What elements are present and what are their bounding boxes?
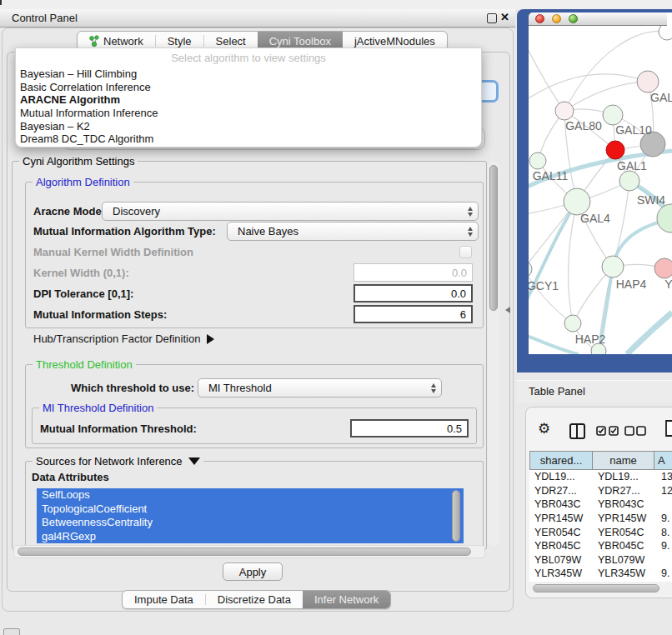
mi-steps-field[interactable]: 6 — [354, 305, 473, 323]
attribute-item-selected[interactable]: BetweennessCentrality — [37, 516, 464, 530]
network-canvas[interactable]: GAL7 GAL80 GAL10 GAL1 SWI4 GAL4 GAL11 GC… — [529, 26, 672, 354]
data-attributes-list: SelfLoops TopologicalCoefficient Between… — [37, 488, 464, 543]
settings-scroll-thumb[interactable] — [489, 165, 498, 311]
cell: YER054C — [529, 527, 593, 538]
network-icon — [89, 35, 99, 47]
top-strip — [0, 0, 672, 9]
cell: YLR345W — [529, 568, 593, 579]
tab-impute-data[interactable]: Impute Data — [123, 591, 205, 608]
bottom-left-partial-button[interactable] — [3, 628, 20, 635]
algorithm-option[interactable]: Bayesian – K2 — [16, 120, 481, 133]
float-window-icon[interactable] — [487, 13, 497, 23]
apply-button-label: Apply — [239, 566, 267, 578]
algorithm-prompt: Select algorithm to view settings — [16, 48, 481, 68]
divider-collapse-icon[interactable] — [505, 307, 510, 313]
column-header-name[interactable]: name — [593, 451, 654, 470]
dpi-tolerance-label: DPI Tolerance [0,1]: — [33, 288, 133, 300]
cell: YPR145W — [529, 512, 593, 524]
algorithm-dropdown-popup: Select algorithm to view settings Bayesi… — [15, 48, 482, 148]
control-panel-titlebar: Control Panel ✕ — [0, 9, 515, 28]
kernel-width-field[interactable]: 0.0 — [354, 263, 473, 282]
table-hscroll-thumb[interactable] — [533, 584, 659, 592]
table-row[interactable]: YDL19...YDL19...13 — [529, 470, 672, 484]
select-all-icon[interactable] — [596, 425, 619, 437]
table-row[interactable]: YLR345WYLR345W9. — [529, 567, 672, 581]
close-panel-icon[interactable]: ✕ — [500, 11, 509, 23]
network-node-hap4 — [602, 256, 624, 278]
algorithm-definition-title: Algorithm Definition — [33, 176, 133, 188]
cell: YPR145W — [593, 512, 654, 524]
tab-discretize-data[interactable]: Discretize Data — [206, 591, 303, 608]
network-node — [637, 71, 659, 92]
cell: 9. — [654, 540, 669, 552]
algorithm-option[interactable]: Bayesian – Hill Climbing — [16, 68, 481, 81]
gear-icon[interactable]: ⚙ — [538, 422, 550, 436]
hub-definition-label: Hub/Transcription Factor Definition — [33, 332, 200, 345]
settings-hscroll-thumb[interactable] — [18, 548, 471, 556]
table-row[interactable]: YBR043CYBR043C — [529, 498, 672, 512]
table-row[interactable]: YPR145WYPR145W9. — [529, 512, 672, 526]
application-window: { "colors": { "selection_blue": "#3b76d8… — [0, 0, 672, 635]
node-label: SWI4 — [637, 193, 665, 207]
manual-kernel-label: Manual Kernel Width Definition — [33, 246, 193, 258]
network-node — [657, 204, 672, 232]
column-header-partial[interactable]: A — [654, 451, 672, 470]
manual-kernel-checkbox[interactable] — [459, 246, 472, 258]
split-columns-icon[interactable] — [569, 423, 585, 439]
combo-arrows-icon — [426, 383, 441, 393]
table-row[interactable]: YBR045CYBR045C9. — [529, 539, 672, 553]
dpi-tolerance-field[interactable]: 0.0 — [354, 284, 473, 302]
which-threshold-combo[interactable]: MI Threshold — [198, 378, 442, 398]
zoom-window-icon[interactable] — [569, 14, 578, 23]
network-nodes[interactable] — [529, 26, 672, 354]
node-label: HAP2 — [575, 332, 606, 346]
table-row[interactable]: YER054CYER054C8. — [529, 525, 672, 539]
tab-discretize-data-label: Discretize Data — [218, 593, 291, 606]
split-columns-divider — [576, 425, 578, 438]
hub-definition-expander[interactable]: Hub/Transcription Factor Definition — [33, 332, 214, 345]
deselect-all-icon[interactable] — [624, 425, 646, 437]
node-label: GCY1 — [529, 279, 559, 292]
aracne-mode-combo[interactable]: Discovery — [102, 202, 479, 221]
network-canvas-wrap[interactable]: GAL7 GAL80 GAL10 GAL1 SWI4 GAL4 GAL11 GC… — [529, 26, 672, 354]
close-window-icon[interactable] — [535, 14, 544, 23]
cell: YDL19... — [593, 471, 654, 482]
node-label: GAL7 — [650, 91, 672, 104]
attribute-item-selected[interactable]: TopologicalCoefficient — [37, 502, 464, 517]
cell: YER054C — [593, 527, 654, 538]
data-attributes-label: Data Attributes — [32, 471, 109, 483]
attribute-item-selected[interactable]: gal4RGexp — [37, 530, 464, 544]
sources-group-title[interactable]: Sources for Network Inference — [33, 455, 203, 468]
tab-infer-network[interactable]: Infer Network — [303, 591, 390, 608]
table-rows[interactable]: YDL19...YDL19...13 YDR27...YDR27...12 YB… — [529, 470, 672, 583]
algorithm-option[interactable]: Dream8 DC_TDC Algorithm — [16, 132, 481, 146]
table-panel-header: Table Panel — [517, 380, 672, 402]
minimize-window-icon[interactable] — [552, 14, 561, 23]
column-header-shared[interactable]: shared... — [529, 451, 593, 470]
table-row[interactable]: YDR27...YDR27...12 — [529, 484, 672, 498]
table-panel-title: Table Panel — [529, 385, 585, 398]
algorithm-option-selected[interactable]: ARACNE Algorithm — [16, 93, 481, 107]
attribute-item-selected[interactable]: SelfLoops — [37, 488, 464, 502]
mi-threshold-field[interactable]: 0.5 — [350, 419, 469, 438]
file-icon[interactable] — [665, 420, 672, 437]
control-panel-title: Control Panel — [12, 12, 78, 24]
network-window-titlebar[interactable] — [529, 12, 667, 26]
mi-type-label: Mutual Information Algorithm Type: — [33, 225, 216, 238]
algorithm-option[interactable]: Mutual Information Inference — [16, 107, 481, 120]
network-node-red — [606, 141, 624, 159]
algorithm-option[interactable]: Basic Correlation Inference — [16, 81, 481, 94]
cell: YBL079W — [593, 554, 654, 566]
combo-arrows-icon — [463, 207, 478, 217]
table-row[interactable]: YBL079WYBL079W — [529, 553, 672, 568]
attributes-list-scrollbar[interactable] — [452, 490, 460, 542]
apply-button[interactable]: Apply — [223, 562, 283, 581]
node-label: GAL11 — [533, 169, 569, 182]
network-node-hap2 — [564, 315, 581, 332]
mi-type-combo[interactable]: Naive Bayes — [227, 222, 479, 241]
cell: YBR045C — [529, 540, 593, 552]
collapse-down-icon — [188, 458, 200, 465]
cell: YLR345W — [593, 568, 654, 579]
node-label: HAP4 — [616, 278, 647, 291]
mi-type-value: Naive Bayes — [228, 225, 463, 238]
